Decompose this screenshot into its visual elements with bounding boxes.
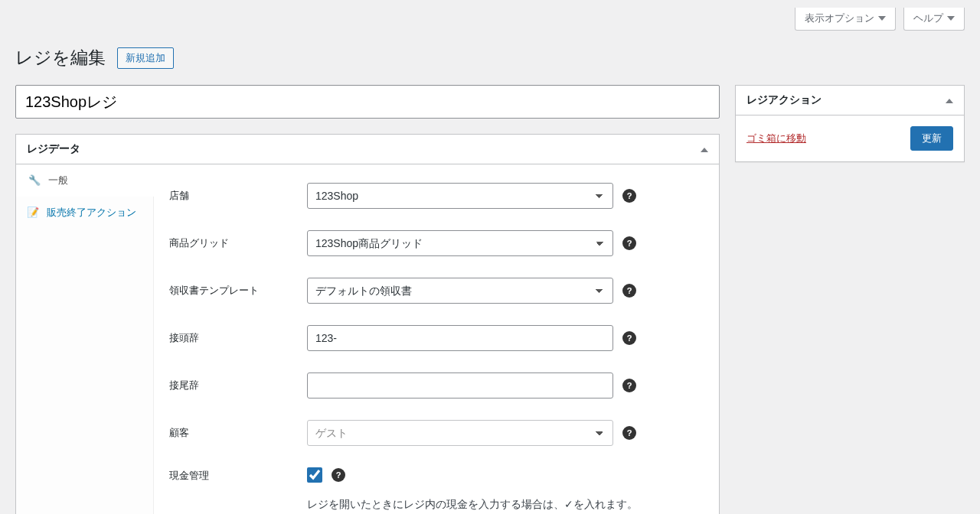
wrench-icon: 🔧: [28, 174, 41, 187]
screen-options-tab[interactable]: 表示オプション: [795, 8, 896, 31]
caret-down-icon: [878, 16, 886, 21]
register-actions-box: レジアクション ゴミ箱に移動 更新: [735, 85, 965, 162]
help-icon[interactable]: ?: [622, 236, 636, 250]
tab-end-of-sale[interactable]: 📝 販売終了アクション: [16, 197, 153, 229]
tab-end-of-sale-label: 販売終了アクション: [47, 206, 136, 220]
caret-down-icon: [947, 16, 955, 21]
customer-label: 顧客: [169, 426, 292, 440]
outlet-label: 店舗: [169, 189, 292, 203]
collapse-toggle[interactable]: [701, 145, 708, 154]
receipt-template-select[interactable]: デフォルトの領収書: [307, 278, 613, 304]
help-icon[interactable]: ?: [622, 331, 636, 345]
register-data-title: レジデータ: [27, 142, 80, 156]
collapse-toggle[interactable]: [946, 96, 953, 105]
help-icon[interactable]: ?: [622, 284, 636, 298]
tab-general[interactable]: 🔧 一般: [16, 164, 154, 197]
register-data-box: レジデータ 🔧 一般 📝 販売終了アクション: [15, 134, 720, 514]
help-icon[interactable]: ?: [622, 426, 636, 440]
prefix-label: 接頭辞: [169, 331, 292, 345]
note-icon: 📝: [27, 206, 39, 220]
add-new-button[interactable]: 新規追加: [117, 47, 174, 69]
prefix-input[interactable]: [307, 325, 613, 351]
register-title-input[interactable]: [15, 85, 720, 119]
receipt-template-label: 領収書テンプレート: [169, 284, 292, 298]
screen-options-label: 表示オプション: [805, 11, 874, 25]
cash-management-desc: レジを開いたときにレジ内の現金を入力する場合は、✓を入れます。: [307, 498, 638, 512]
suffix-input[interactable]: [307, 372, 613, 399]
help-tab[interactable]: ヘルプ: [903, 8, 965, 31]
update-button[interactable]: 更新: [910, 126, 953, 151]
move-to-trash-link[interactable]: ゴミ箱に移動: [746, 132, 806, 145]
product-grid-select[interactable]: 123Shop商品グリッド: [307, 230, 613, 256]
triangle-up-icon: [701, 148, 708, 152]
cash-management-label: 現金管理: [169, 467, 292, 483]
outlet-select[interactable]: 123Shop: [307, 183, 613, 209]
help-icon[interactable]: ?: [332, 468, 345, 482]
suffix-label: 接尾辞: [169, 379, 292, 392]
product-grid-label: 商品グリッド: [169, 236, 292, 250]
register-actions-title: レジアクション: [746, 93, 822, 107]
customer-select[interactable]: ゲスト: [307, 420, 613, 446]
help-label: ヘルプ: [913, 11, 943, 25]
triangle-up-icon: [946, 99, 953, 103]
tab-general-label: 一般: [48, 174, 68, 187]
help-icon[interactable]: ?: [622, 189, 636, 203]
page-title: レジを編集: [15, 46, 106, 70]
help-icon[interactable]: ?: [622, 379, 636, 392]
cash-management-checkbox[interactable]: [307, 467, 322, 483]
